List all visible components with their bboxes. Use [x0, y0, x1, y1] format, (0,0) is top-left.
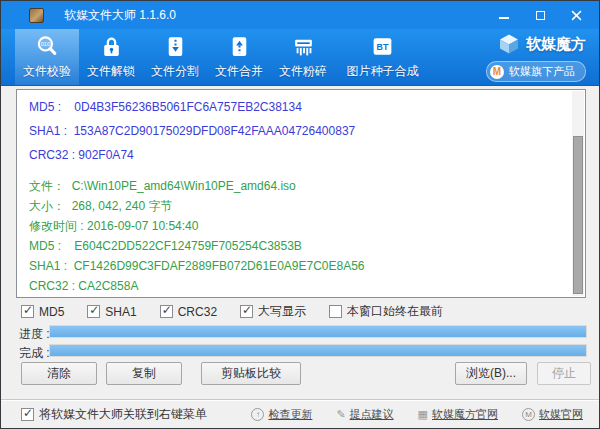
option-sha1[interactable]: SHA1	[87, 305, 136, 319]
option-always-on-top[interactable]: 本窗口始终在最前	[329, 303, 443, 320]
minimize-icon	[499, 17, 509, 19]
badge-label: 软媒旗下产品	[509, 64, 575, 79]
tab-file-verify[interactable]: 010 文件校验	[15, 29, 79, 85]
window-title: 软媒文件大师 1.1.6.0	[64, 7, 176, 24]
titlebar: 软媒文件大师 1.1.6.0	[1, 1, 599, 29]
clear-button[interactable]: 清除	[21, 362, 97, 385]
grid-icon: ▦	[418, 408, 428, 421]
update-icon: ↑	[251, 408, 264, 421]
copy-button[interactable]: 复制	[106, 362, 182, 385]
uppercase-checkbox[interactable]	[240, 305, 253, 318]
cube-icon	[498, 33, 520, 55]
link-label: 提点建议	[350, 407, 394, 422]
scrollbar-thumb[interactable]	[573, 136, 583, 294]
progress-label: 进度 :	[19, 326, 50, 343]
tab-label: 文件分割	[151, 63, 199, 80]
hash-line-sha1-file: SHA1 : CF1426D99C3FDAF2889FB072D61E0A9E7…	[29, 256, 573, 276]
brand-area: 软媒魔方 M 软媒旗下产品	[486, 33, 586, 82]
blank-line	[29, 167, 573, 176]
close-button[interactable]	[569, 8, 583, 22]
tab-label: 文件解锁	[87, 63, 135, 80]
hash-results-box[interactable]: MD5 : 0D4B3F56236B5061FC6A757EB2C38134 S…	[16, 89, 586, 298]
hash-line-md5-file: MD5 : E604C2DD522CF124759F705254C3853B	[29, 236, 573, 256]
tab-file-unlock[interactable]: 文件解锁	[79, 29, 143, 85]
brand-name: 软媒魔方	[526, 35, 586, 54]
option-md5[interactable]: MD5	[21, 305, 64, 319]
scrollbar[interactable]	[572, 91, 584, 296]
toolbar-tabs: 010 文件校验 文件解锁	[15, 29, 430, 85]
option-uppercase[interactable]: 大写显示	[240, 303, 306, 320]
file-split-icon	[163, 34, 188, 59]
complete-label: 完成 :	[19, 345, 50, 362]
tab-label: 文件合并	[215, 63, 263, 80]
progress-bar	[49, 325, 587, 338]
link-label: 检查更新	[268, 407, 312, 422]
tab-file-merge[interactable]: 文件合并	[207, 29, 271, 85]
md5-checkbox[interactable]	[21, 305, 34, 318]
svg-text:010: 010	[40, 41, 50, 47]
bt-icon: BT	[370, 34, 395, 59]
associate-checkbox[interactable]	[21, 408, 34, 421]
option-label: 大写显示	[258, 303, 306, 320]
browse-button[interactable]: 浏览(B)...	[455, 362, 527, 385]
tab-image-seed[interactable]: BT 图片种子合成	[335, 29, 430, 85]
clipboard-compare-button[interactable]: 剪贴板比较	[201, 362, 301, 385]
sha1-checkbox[interactable]	[87, 305, 100, 318]
m-logo-icon: M	[490, 65, 504, 79]
app-window: 软媒文件大师 1.1.6.0 010 文件校验	[0, 0, 600, 429]
option-label: MD5	[39, 305, 64, 319]
check-update-link[interactable]: ↑ 检查更新	[251, 407, 312, 422]
svg-text:BT: BT	[377, 42, 389, 52]
file-merge-icon	[227, 34, 252, 59]
link-label: 软媒官网	[539, 407, 583, 422]
pencil-icon: ✎	[336, 408, 345, 421]
shredder-icon	[291, 34, 316, 59]
window-controls	[497, 8, 589, 22]
brand-products-badge[interactable]: M 软媒旗下产品	[486, 61, 586, 82]
hash-options-row: MD5 SHA1 CRC32 大写显示 本窗口始终在最前	[21, 303, 443, 320]
maximize-button[interactable]	[533, 8, 547, 22]
option-label: 本窗口始终在最前	[347, 303, 443, 320]
option-label: CRC32	[178, 305, 217, 319]
ruanmei-site-link[interactable]: M 软媒官网	[522, 407, 583, 422]
option-crc32[interactable]: CRC32	[160, 305, 217, 319]
tab-label: 图片种子合成	[347, 63, 419, 80]
footer-links: ↑ 检查更新 ✎ 提点建议 ▦ 软媒魔方官网 M 软媒官网	[251, 407, 583, 422]
main-content: MD5 : 0D4B3F56236B5061FC6A757EB2C38134 S…	[1, 86, 599, 428]
footer-bar: 将软媒文件大师关联到右键菜单 ↑ 检查更新 ✎ 提点建议 ▦ 软媒魔方官网 M …	[1, 399, 599, 428]
lock-icon	[99, 34, 124, 59]
complete-bar	[49, 344, 587, 357]
suggestion-link[interactable]: ✎ 提点建议	[336, 407, 393, 422]
hash-line-sha1-clipboard: SHA1 : 153A87C2D90175029DFD08F42FAAA0472…	[29, 119, 573, 143]
close-icon	[571, 10, 582, 21]
stop-button: 停止	[537, 362, 591, 385]
magnifier-binary-icon: 010	[35, 34, 60, 59]
file-path-line: 文件： C:\Win10PE_amd64\Win10PE_amd64.iso	[29, 176, 573, 196]
tab-label: 文件粉碎	[279, 63, 327, 80]
file-size-line: 大小： 268, 042, 240 字节	[29, 196, 573, 216]
associate-label: 将软媒文件大师关联到右键菜单	[39, 406, 207, 423]
m-site-icon: M	[522, 408, 535, 421]
toolbar: 010 文件校验 文件解锁	[1, 29, 599, 86]
maximize-icon	[536, 11, 545, 20]
always-on-top-checkbox[interactable]	[329, 305, 342, 318]
associate-context-menu-option[interactable]: 将软媒文件大师关联到右键菜单	[21, 406, 207, 423]
option-label: SHA1	[105, 305, 136, 319]
hash-line-crc32-clipboard: CRC32 : 902F0A74	[29, 143, 573, 167]
brand-logo-row[interactable]: 软媒魔方	[498, 33, 586, 55]
app-icon	[29, 8, 44, 23]
minimize-button[interactable]	[497, 8, 511, 22]
file-mtime-line: 修改时间 : 2016-09-07 10:54:40	[29, 216, 573, 236]
mofang-site-link[interactable]: ▦ 软媒魔方官网	[418, 407, 498, 422]
tab-label: 文件校验	[23, 63, 71, 80]
crc32-checkbox[interactable]	[160, 305, 173, 318]
link-label: 软媒魔方官网	[432, 407, 498, 422]
tab-file-split[interactable]: 文件分割	[143, 29, 207, 85]
progress-fill	[50, 326, 586, 337]
complete-fill	[50, 345, 586, 356]
hash-line-crc32-file: CRC32 : CA2C858A	[29, 276, 573, 296]
hash-line-md5-clipboard: MD5 : 0D4B3F56236B5061FC6A757EB2C38134	[29, 95, 573, 119]
tab-file-shred[interactable]: 文件粉碎	[271, 29, 335, 85]
